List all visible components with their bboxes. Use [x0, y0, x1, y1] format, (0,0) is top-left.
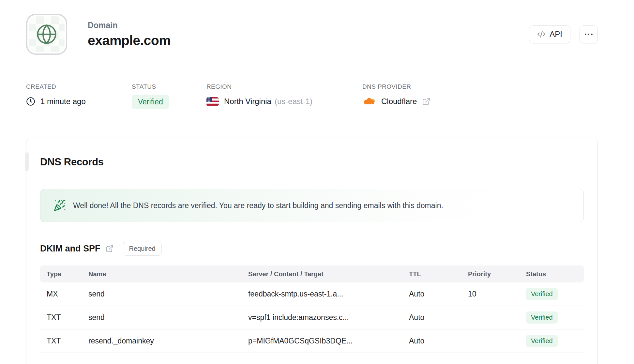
success-banner: Well done! All the DNS records are verif…: [40, 189, 584, 222]
record-content: feedback-smtp.us-east-1.a...: [248, 290, 409, 298]
success-banner-text: Well done! All the DNS records are verif…: [73, 201, 443, 210]
meta-created: CREATED 1 minute ago: [26, 83, 132, 109]
code-icon: [537, 30, 546, 38]
col-priority: Priority: [468, 270, 526, 278]
status-label: STATUS: [132, 83, 206, 90]
dns-records-table: Type Name Server / Content / Target TTL …: [40, 265, 584, 353]
table-header-row: Type Name Server / Content / Target TTL …: [40, 265, 584, 282]
page-title: example.com: [88, 33, 171, 48]
table-row: TXT resend._domainkey p=MIGfMA0GCSqGSIb3…: [40, 329, 584, 353]
clock-icon: [26, 97, 35, 106]
more-button[interactable]: [580, 25, 598, 43]
party-popper-icon: [53, 199, 66, 212]
domain-meta-row: CREATED 1 minute ago STATUS Verified REG…: [26, 83, 598, 109]
domain-kicker: Domain: [88, 21, 171, 30]
created-label: CREATED: [26, 83, 132, 90]
record-type: TXT: [47, 313, 88, 322]
dns-provider-value: Cloudflare: [362, 95, 430, 108]
meta-dns-provider: DNS PROVIDER Cloudflare: [362, 83, 430, 109]
us-flag-icon: [206, 97, 219, 106]
header-actions: API: [529, 25, 598, 43]
domain-avatar: [26, 14, 67, 55]
region-code: (us-east-1): [275, 97, 312, 106]
status-value: Verified: [132, 95, 206, 109]
verified-badge: Verified: [526, 288, 558, 300]
record-type: TXT: [47, 337, 88, 345]
verified-badge: Verified: [526, 335, 558, 347]
region-label: REGION: [206, 83, 362, 90]
record-ttl: Auto: [409, 290, 468, 298]
record-content: v=spf1 include:amazonses.c...: [248, 313, 409, 322]
record-content: p=MIGfMA0GCSqGSIb3DQE...: [248, 337, 409, 345]
record-status: Verified: [526, 288, 584, 300]
globe-icon: [36, 23, 57, 45]
col-type: Type: [47, 270, 88, 278]
dns-provider-name: Cloudflare: [381, 97, 417, 106]
domain-header: Domain example.com API: [26, 14, 598, 55]
record-name: send: [88, 290, 248, 298]
record-priority: 10: [468, 290, 526, 298]
external-link-icon[interactable]: [422, 97, 430, 106]
created-value: 1 minute ago: [26, 95, 132, 108]
col-name: Name: [88, 270, 248, 278]
status-badge: Verified: [132, 95, 169, 109]
domain-detail-page: Domain example.com API CREATED: [0, 14, 634, 364]
verified-badge: Verified: [526, 311, 558, 324]
record-name: resend._domainkey: [88, 337, 248, 345]
card-notch: [25, 152, 29, 171]
cloudflare-icon: [362, 97, 376, 106]
record-ttl: Auto: [409, 313, 468, 322]
record-ttl: Auto: [409, 337, 468, 345]
record-status: Verified: [526, 335, 584, 347]
record-type: MX: [47, 290, 88, 298]
col-ttl: TTL: [409, 270, 468, 278]
dns-records-card: DNS Records Well done! All the DNS recor…: [26, 138, 598, 364]
external-link-icon[interactable]: [106, 245, 114, 253]
region-name: North Virginia: [224, 97, 271, 106]
ellipsis-icon: [585, 34, 586, 35]
domain-titles: Domain example.com: [88, 21, 171, 48]
meta-region: REGION North Virginia (us-east-1): [206, 83, 362, 109]
record-name: send: [88, 313, 248, 322]
dns-provider-label: DNS PROVIDER: [362, 83, 430, 90]
required-badge: Required: [123, 242, 162, 256]
region-value: North Virginia (us-east-1): [206, 95, 362, 108]
table-row: MX send feedback-smtp.us-east-1.a... Aut…: [40, 282, 584, 306]
table-row: TXT send v=spf1 include:amazonses.c... A…: [40, 306, 584, 329]
meta-status: STATUS Verified: [132, 83, 206, 109]
dns-records-title: DNS Records: [40, 156, 584, 168]
ellipsis-icon: [591, 34, 593, 35]
record-status: Verified: [526, 311, 584, 324]
created-text: 1 minute ago: [40, 97, 86, 106]
api-button-label: API: [550, 30, 562, 39]
col-content: Server / Content / Target: [248, 270, 409, 278]
api-button[interactable]: API: [529, 25, 570, 43]
ellipsis-icon: [588, 34, 590, 35]
dkim-spf-title: DKIM and SPF: [40, 244, 100, 254]
col-status: Status: [526, 270, 584, 278]
dkim-spf-header: DKIM and SPF Required: [40, 242, 584, 256]
